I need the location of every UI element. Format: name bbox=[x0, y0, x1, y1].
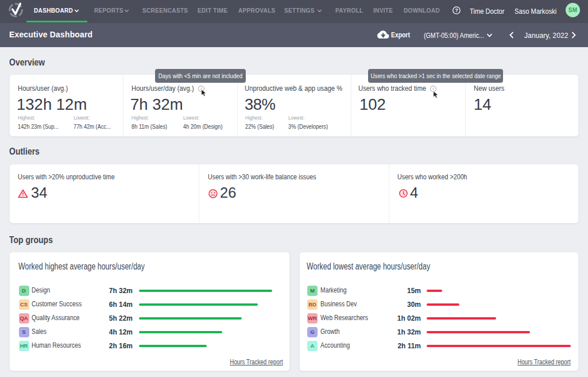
svg-text:?: ? bbox=[455, 7, 458, 13]
